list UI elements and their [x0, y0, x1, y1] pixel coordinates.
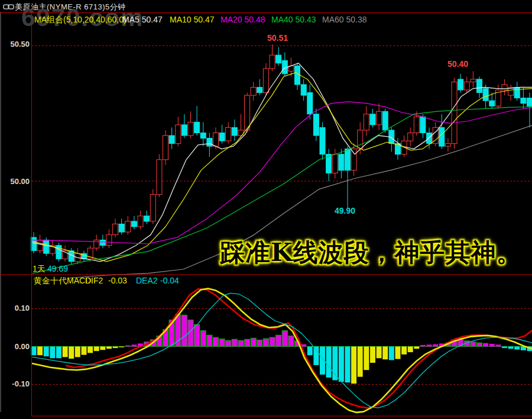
- wick-low-price-label: 49.90: [335, 206, 355, 215]
- dea2-label: DEA2: [136, 276, 158, 285]
- overlay-slogan: 踩准K线波段，神乎其神。: [220, 236, 522, 269]
- trading-app-window: 6970.com 美原油主(NYME-R 6713)5分钟 MA组合(5,10,…: [0, 0, 532, 419]
- ma40-value: MA40 50.43: [271, 15, 316, 24]
- dif2-value: -0.03: [108, 276, 127, 285]
- price-axis-50-50: 50.50: [0, 40, 30, 49]
- macd-axis-neg010: -0.10: [0, 379, 30, 388]
- ma20-value: MA20 50.48: [220, 15, 265, 24]
- link-chain-icon[interactable]: [3, 2, 15, 13]
- macd-indicator-name: 黄金十代MACD: [34, 276, 91, 286]
- period-label[interactable]: 1天: [33, 264, 46, 275]
- dea2-value: -0.04: [160, 276, 179, 285]
- peak-price-label: 50.51: [267, 33, 288, 43]
- late-high-price-label: 50.40: [447, 59, 468, 69]
- ma-combo-label: MA组合(5,10,20,40,60,0): [34, 15, 126, 25]
- ma10-value: MA10 50.47: [170, 15, 215, 24]
- day-low-label: 49.69: [47, 264, 68, 273]
- ma60-value: MA60 50.38: [322, 15, 367, 24]
- ma5-value: MA5 50.47: [122, 15, 163, 24]
- dif2-label: DIF2: [85, 276, 103, 285]
- macd-axis-010: 0.10: [0, 304, 30, 312]
- macd-axis-000: 0.00: [0, 342, 30, 351]
- price-axis-50-00: 50.00: [0, 177, 30, 186]
